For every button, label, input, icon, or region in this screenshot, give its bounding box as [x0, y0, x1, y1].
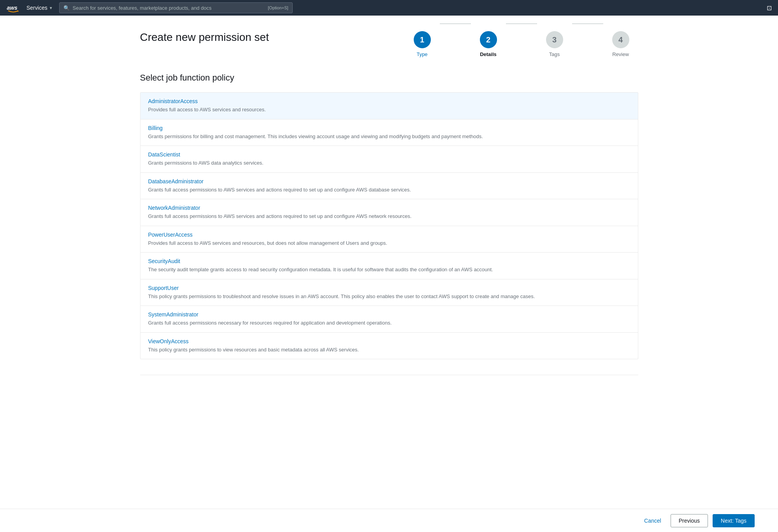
services-label: Services [26, 5, 47, 11]
section-title: Select job function policy [140, 73, 638, 86]
policy-description-9: This policy grants permissions to view r… [148, 346, 630, 354]
connector-3-4 [572, 23, 603, 24]
page-title: Create new permission set [140, 31, 269, 44]
connector-1-2 [440, 23, 471, 24]
connector-2-3 [506, 23, 537, 24]
policy-name-6: SecurityAudit [148, 258, 630, 264]
services-menu[interactable]: Services ▼ [26, 5, 53, 11]
page-header: Create new permission set 1 Type 2 Detai… [140, 31, 638, 57]
policy-item-datascientist[interactable]: DataScientistGrants permissions to AWS d… [140, 146, 638, 173]
main-content: Create new permission set 1 Type 2 Detai… [117, 16, 662, 422]
step-4-circle: 4 [612, 31, 629, 48]
step-2: 2 Details [471, 31, 506, 57]
policy-item-securityaudit[interactable]: SecurityAuditThe security audit template… [140, 253, 638, 279]
policy-name-1: Billing [148, 125, 630, 131]
services-arrow: ▼ [49, 6, 53, 10]
step-2-label: Details [480, 51, 497, 57]
policy-item-supportuser[interactable]: SupportUserThis policy grants permission… [140, 279, 638, 306]
search-icon: 🔍 [63, 5, 70, 11]
step-3: 3 Tags [537, 31, 572, 57]
policy-name-0: AdministratorAccess [148, 98, 630, 104]
policy-description-3: Grants full access permissions to AWS se… [148, 186, 630, 194]
step-4-label: Review [612, 51, 629, 57]
policy-description-7: This policy grants permissions to troubl… [148, 293, 630, 300]
step-4: 4 Review [603, 31, 638, 57]
policy-name-8: SystemAdministrator [148, 311, 630, 318]
policy-description-0: Provides full access to AWS services and… [148, 106, 630, 114]
step-1: 1 Type [405, 31, 440, 57]
policy-name-7: SupportUser [148, 285, 630, 291]
search-shortcut: [Option+S] [268, 5, 288, 10]
policy-item-networkadministrator[interactable]: NetworkAdministratorGrants full access p… [140, 199, 638, 226]
policy-name-3: DatabaseAdministrator [148, 178, 630, 184]
policy-name-2: DataScientist [148, 151, 630, 158]
policy-description-8: Grants full access permissions necessary… [148, 319, 630, 327]
policy-item-viewonlyaccess[interactable]: ViewOnlyAccessThis policy grants permiss… [140, 333, 638, 359]
step-1-circle: 1 [414, 31, 431, 48]
aws-logo[interactable]: aws [6, 3, 20, 12]
policy-item-databaseadministrator[interactable]: DatabaseAdministratorGrants full access … [140, 173, 638, 200]
policy-name-9: ViewOnlyAccess [148, 338, 630, 344]
svg-text:aws: aws [7, 5, 17, 11]
stepper: 1 Type 2 Details 3 Tags [405, 31, 638, 57]
policy-name-5: PowerUserAccess [148, 232, 630, 238]
policy-item-administratoraccess[interactable]: AdministratorAccessProvides full access … [140, 93, 638, 119]
policy-item-billing[interactable]: BillingGrants permissions for billing an… [140, 119, 638, 146]
step-1-label: Type [416, 51, 427, 57]
policy-description-5: Provides full access to AWS services and… [148, 239, 630, 247]
policy-description-1: Grants permissions for billing and cost … [148, 133, 630, 140]
policy-description-2: Grants permissions to AWS data analytics… [148, 159, 630, 167]
policy-name-4: NetworkAdministrator [148, 205, 630, 211]
policy-list: AdministratorAccessProvides full access … [140, 92, 638, 359]
policy-description-4: Grants full access permissions to AWS se… [148, 212, 630, 220]
step-3-circle: 3 [546, 31, 563, 48]
top-navigation: aws Services ▼ 🔍 [Option+S] ⊡ [0, 0, 778, 16]
policy-item-systemadministrator[interactable]: SystemAdministratorGrants full access pe… [140, 306, 638, 333]
step-2-circle: 2 [480, 31, 497, 48]
terminal-icon[interactable]: ⊡ [767, 4, 772, 12]
policy-description-6: The security audit template grants acces… [148, 266, 630, 274]
search-input[interactable] [73, 5, 265, 11]
step-3-label: Tags [549, 51, 560, 57]
policy-item-poweruseraccess[interactable]: PowerUserAccessProvides full access to A… [140, 226, 638, 253]
search-bar[interactable]: 🔍 [Option+S] [59, 2, 293, 13]
divider-bottom [140, 375, 638, 375]
